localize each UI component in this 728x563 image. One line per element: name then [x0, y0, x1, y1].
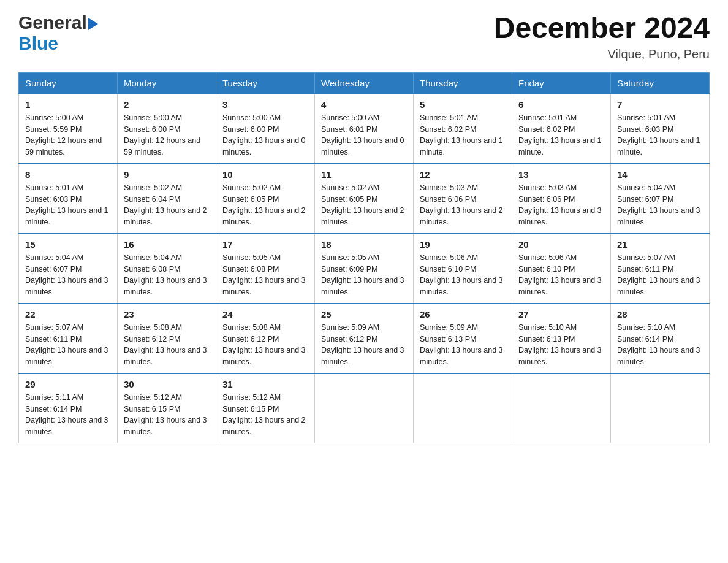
day-info: Sunrise: 5:06 AMSunset: 6:10 PMDaylight:…: [518, 253, 602, 296]
day-info: Sunrise: 5:09 AMSunset: 6:13 PMDaylight:…: [420, 323, 503, 366]
logo-general-text: General: [18, 12, 87, 33]
table-row: 24 Sunrise: 5:08 AMSunset: 6:12 PMDaylig…: [216, 304, 315, 373]
calendar-week-1: 1 Sunrise: 5:00 AMSunset: 5:59 PMDayligh…: [19, 94, 710, 164]
table-row: 3 Sunrise: 5:00 AMSunset: 6:00 PMDayligh…: [216, 94, 315, 164]
col-header-sunday: Sunday: [19, 72, 118, 94]
table-row: 22 Sunrise: 5:07 AMSunset: 6:11 PMDaylig…: [19, 304, 118, 373]
day-info: Sunrise: 5:01 AMSunset: 6:02 PMDaylight:…: [420, 113, 503, 156]
month-title: December 2024: [494, 12, 710, 45]
table-row: 5 Sunrise: 5:01 AMSunset: 6:02 PMDayligh…: [414, 94, 512, 164]
day-info: Sunrise: 5:07 AMSunset: 6:11 PMDaylight:…: [617, 253, 700, 296]
day-info: Sunrise: 5:00 AMSunset: 6:00 PMDaylight:…: [222, 113, 306, 156]
day-info: Sunrise: 5:03 AMSunset: 6:06 PMDaylight:…: [518, 183, 602, 226]
calendar-week-2: 8 Sunrise: 5:01 AMSunset: 6:03 PMDayligh…: [19, 164, 710, 234]
day-info: Sunrise: 5:12 AMSunset: 6:15 PMDaylight:…: [124, 393, 207, 436]
col-header-tuesday: Tuesday: [216, 72, 315, 94]
day-number: 4: [321, 99, 407, 110]
table-row: 19 Sunrise: 5:06 AMSunset: 6:10 PMDaylig…: [414, 234, 512, 304]
day-number: 18: [321, 239, 407, 250]
col-header-thursday: Thursday: [414, 72, 512, 94]
calendar-week-5: 29 Sunrise: 5:11 AMSunset: 6:14 PMDaylig…: [19, 373, 710, 443]
table-row: 7 Sunrise: 5:01 AMSunset: 6:03 PMDayligh…: [611, 94, 710, 164]
day-number: 20: [518, 239, 604, 250]
logo-blue-text: Blue: [18, 33, 58, 53]
day-number: 23: [124, 309, 210, 320]
day-number: 22: [25, 309, 111, 320]
table-row: 12 Sunrise: 5:03 AMSunset: 6:06 PMDaylig…: [414, 164, 512, 234]
col-header-saturday: Saturday: [611, 72, 710, 94]
day-info: Sunrise: 5:10 AMSunset: 6:14 PMDaylight:…: [617, 323, 700, 366]
location-subtitle: Vilque, Puno, Peru: [494, 47, 710, 61]
day-number: 30: [124, 379, 210, 389]
day-number: 17: [222, 239, 308, 250]
table-row: 28 Sunrise: 5:10 AMSunset: 6:14 PMDaylig…: [611, 304, 710, 373]
day-number: 19: [420, 239, 506, 250]
table-row: 18 Sunrise: 5:05 AMSunset: 6:09 PMDaylig…: [315, 234, 414, 304]
col-header-friday: Friday: [512, 72, 611, 94]
day-number: 25: [321, 309, 407, 320]
day-info: Sunrise: 5:02 AMSunset: 6:05 PMDaylight:…: [321, 183, 404, 226]
day-info: Sunrise: 5:12 AMSunset: 6:15 PMDaylight:…: [222, 393, 306, 436]
day-info: Sunrise: 5:08 AMSunset: 6:12 PMDaylight:…: [222, 323, 306, 366]
table-row: [414, 373, 512, 443]
day-info: Sunrise: 5:04 AMSunset: 6:07 PMDaylight:…: [617, 183, 700, 226]
table-row: 25 Sunrise: 5:09 AMSunset: 6:12 PMDaylig…: [315, 304, 414, 373]
table-row: 15 Sunrise: 5:04 AMSunset: 6:07 PMDaylig…: [19, 234, 118, 304]
page-header: General Blue December 2024 Vilque, Puno,…: [18, 12, 710, 61]
table-row: 29 Sunrise: 5:11 AMSunset: 6:14 PMDaylig…: [19, 373, 118, 443]
table-row: 14 Sunrise: 5:04 AMSunset: 6:07 PMDaylig…: [611, 164, 710, 234]
day-number: 11: [321, 169, 407, 180]
day-info: Sunrise: 5:11 AMSunset: 6:14 PMDaylight:…: [25, 393, 108, 436]
day-number: 12: [420, 169, 506, 180]
day-number: 15: [25, 239, 111, 250]
table-row: [315, 373, 414, 443]
day-info: Sunrise: 5:02 AMSunset: 6:04 PMDaylight:…: [124, 183, 207, 226]
calendar-header-row: Sunday Monday Tuesday Wednesday Thursday…: [19, 72, 710, 94]
table-row: 6 Sunrise: 5:01 AMSunset: 6:02 PMDayligh…: [512, 94, 611, 164]
calendar-table: Sunday Monday Tuesday Wednesday Thursday…: [18, 72, 710, 443]
logo: General Blue: [18, 12, 99, 54]
day-info: Sunrise: 5:01 AMSunset: 6:03 PMDaylight:…: [617, 113, 700, 156]
table-row: 26 Sunrise: 5:09 AMSunset: 6:13 PMDaylig…: [414, 304, 512, 373]
title-block: December 2024 Vilque, Puno, Peru: [494, 12, 710, 61]
day-info: Sunrise: 5:06 AMSunset: 6:10 PMDaylight:…: [420, 253, 503, 296]
table-row: [611, 373, 710, 443]
day-info: Sunrise: 5:00 AMSunset: 5:59 PMDaylight:…: [25, 113, 102, 156]
day-number: 10: [222, 169, 308, 180]
table-row: 9 Sunrise: 5:02 AMSunset: 6:04 PMDayligh…: [118, 164, 216, 234]
day-info: Sunrise: 5:10 AMSunset: 6:13 PMDaylight:…: [518, 323, 602, 366]
calendar-week-4: 22 Sunrise: 5:07 AMSunset: 6:11 PMDaylig…: [19, 304, 710, 373]
day-info: Sunrise: 5:01 AMSunset: 6:03 PMDaylight:…: [25, 183, 108, 226]
day-number: 24: [222, 309, 308, 320]
day-info: Sunrise: 5:00 AMSunset: 6:00 PMDaylight:…: [124, 113, 200, 156]
day-info: Sunrise: 5:05 AMSunset: 6:08 PMDaylight:…: [222, 253, 306, 296]
day-number: 2: [124, 99, 210, 110]
col-header-monday: Monday: [118, 72, 216, 94]
day-number: 6: [518, 99, 604, 110]
table-row: [512, 373, 611, 443]
table-row: 27 Sunrise: 5:10 AMSunset: 6:13 PMDaylig…: [512, 304, 611, 373]
day-number: 1: [25, 99, 111, 110]
table-row: 31 Sunrise: 5:12 AMSunset: 6:15 PMDaylig…: [216, 373, 315, 443]
table-row: 23 Sunrise: 5:08 AMSunset: 6:12 PMDaylig…: [118, 304, 216, 373]
day-number: 29: [25, 379, 111, 389]
day-info: Sunrise: 5:07 AMSunset: 6:11 PMDaylight:…: [25, 323, 108, 366]
day-number: 27: [518, 309, 604, 320]
table-row: 2 Sunrise: 5:00 AMSunset: 6:00 PMDayligh…: [118, 94, 216, 164]
table-row: 13 Sunrise: 5:03 AMSunset: 6:06 PMDaylig…: [512, 164, 611, 234]
day-info: Sunrise: 5:01 AMSunset: 6:02 PMDaylight:…: [518, 113, 602, 156]
day-number: 5: [420, 99, 506, 110]
day-number: 7: [617, 99, 703, 110]
day-info: Sunrise: 5:04 AMSunset: 6:07 PMDaylight:…: [25, 253, 108, 296]
table-row: 10 Sunrise: 5:02 AMSunset: 6:05 PMDaylig…: [216, 164, 315, 234]
table-row: 17 Sunrise: 5:05 AMSunset: 6:08 PMDaylig…: [216, 234, 315, 304]
table-row: 4 Sunrise: 5:00 AMSunset: 6:01 PMDayligh…: [315, 94, 414, 164]
day-info: Sunrise: 5:02 AMSunset: 6:05 PMDaylight:…: [222, 183, 306, 226]
day-number: 13: [518, 169, 604, 180]
table-row: 20 Sunrise: 5:06 AMSunset: 6:10 PMDaylig…: [512, 234, 611, 304]
day-number: 8: [25, 169, 111, 180]
day-number: 26: [420, 309, 506, 320]
day-number: 21: [617, 239, 703, 250]
table-row: 30 Sunrise: 5:12 AMSunset: 6:15 PMDaylig…: [118, 373, 216, 443]
calendar-week-3: 15 Sunrise: 5:04 AMSunset: 6:07 PMDaylig…: [19, 234, 710, 304]
